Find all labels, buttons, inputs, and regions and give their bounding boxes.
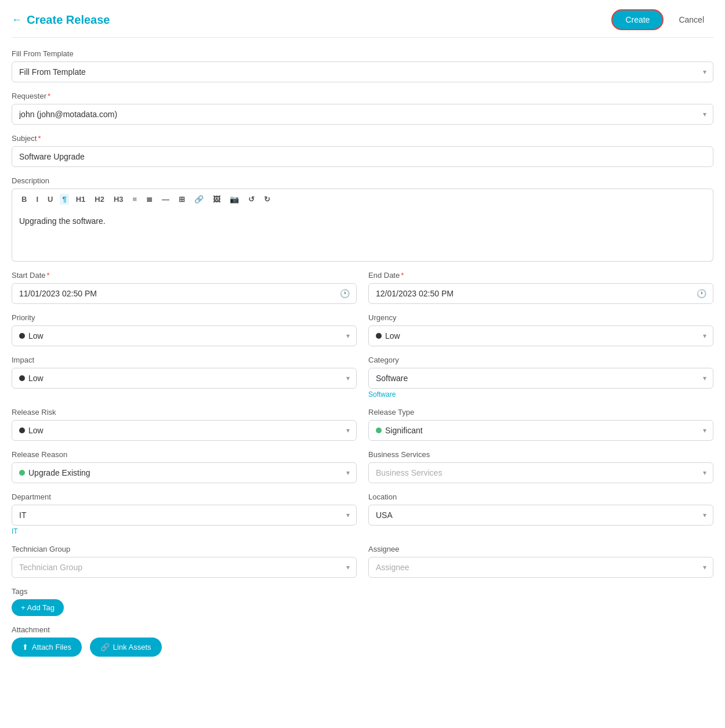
subject-required: * xyxy=(38,134,41,143)
release-reason-wrapper: Upgrade Existing ▾ xyxy=(12,462,357,483)
start-date-wrapper: 🕐 xyxy=(12,283,357,304)
reason-services-row: Release Reason Upgrade Existing ▾ Busine… xyxy=(12,450,713,492)
tech-assignee-row: Technician Group Technician Group ▾ Assi… xyxy=(12,545,713,587)
fill-from-template-wrapper: Fill From Template ▾ xyxy=(12,61,713,82)
release-reason-select[interactable]: Upgrade Existing xyxy=(12,462,357,483)
end-date-input[interactable] xyxy=(368,283,713,304)
h1-button[interactable]: H1 xyxy=(74,194,88,205)
fill-from-template-section: Fill From Template Fill From Template ▾ xyxy=(12,49,713,82)
add-tag-button[interactable]: + Add Tag xyxy=(12,599,64,616)
paragraph-button[interactable]: ¶ xyxy=(60,194,68,205)
release-risk-select[interactable]: Low xyxy=(12,420,357,441)
back-button[interactable]: ← xyxy=(12,14,22,26)
requester-wrapper: john (john@motadata.com) ▾ xyxy=(12,104,713,125)
priority-section: Priority Low ▾ xyxy=(12,313,357,346)
dept-location-row: Department IT ▾ IT Location USA ▾ xyxy=(12,492,713,545)
impact-dot xyxy=(19,375,25,381)
business-services-wrapper: Business Services ▾ xyxy=(368,462,713,483)
business-services-label: Business Services xyxy=(368,450,713,459)
media-button[interactable]: 📷 xyxy=(227,194,241,205)
underline-button[interactable]: U xyxy=(45,194,55,205)
requester-select[interactable]: john (john@motadata.com) xyxy=(12,104,713,125)
business-services-select[interactable]: Business Services xyxy=(368,462,713,483)
impact-category-row: Impact Low ▾ Category Software ▾ Softwar… xyxy=(12,356,713,408)
category-label: Category xyxy=(368,356,713,364)
tags-section: Tags + Add Tag xyxy=(12,587,713,616)
impact-label: Impact xyxy=(12,356,357,364)
urgency-section: Urgency Low ▾ xyxy=(368,313,713,346)
create-button[interactable]: Create xyxy=(611,9,664,30)
urgency-dot xyxy=(376,333,382,339)
h3-button[interactable]: H3 xyxy=(111,194,126,205)
category-section: Category Software ▾ Software xyxy=(368,356,713,399)
start-date-label: Start Date* xyxy=(12,271,357,280)
link-assets-button[interactable]: 🔗 Link Assets xyxy=(90,638,162,657)
release-reason-dot xyxy=(19,470,25,476)
location-label: Location xyxy=(368,492,713,501)
release-type-section: Release Type Significant ▾ xyxy=(368,408,713,441)
department-hint: IT xyxy=(12,527,357,535)
release-type-select[interactable]: Significant xyxy=(368,420,713,441)
technician-group-wrapper: Technician Group ▾ xyxy=(12,557,357,578)
urgency-label: Urgency xyxy=(368,313,713,322)
category-select[interactable]: Software xyxy=(368,368,713,389)
assignee-label: Assignee xyxy=(368,545,713,553)
requester-section: Requester* john (john@motadata.com) ▾ xyxy=(12,92,713,125)
release-type-wrapper: Significant ▾ xyxy=(368,420,713,441)
clock-icon: 🕐 xyxy=(697,289,706,298)
start-date-input[interactable] xyxy=(12,283,357,304)
assignee-select[interactable]: Assignee xyxy=(368,557,713,578)
undo-button[interactable]: ↺ xyxy=(246,194,257,205)
hr-button[interactable]: — xyxy=(160,194,172,205)
priority-dot xyxy=(19,333,25,339)
upload-icon: ⬆ xyxy=(22,643,28,651)
image-button[interactable]: 🖼 xyxy=(211,194,223,205)
impact-wrapper: Low ▾ xyxy=(12,368,357,389)
release-risk-wrapper: Low ▾ xyxy=(12,420,357,441)
priority-select[interactable]: Low xyxy=(12,325,357,346)
end-date-required: * xyxy=(401,271,404,280)
subject-input[interactable] xyxy=(12,146,713,167)
fill-from-template-select[interactable]: Fill From Template xyxy=(12,61,713,82)
release-reason-label: Release Reason xyxy=(12,450,357,459)
category-wrapper: Software ▾ xyxy=(368,368,713,389)
assignee-section: Assignee Assignee ▾ xyxy=(368,545,713,578)
link-button[interactable]: 🔗 xyxy=(192,194,206,205)
location-select[interactable]: USA xyxy=(368,505,713,526)
location-wrapper: USA ▾ xyxy=(368,505,713,526)
start-date-required: * xyxy=(47,271,50,280)
bold-button[interactable]: B xyxy=(19,194,29,205)
impact-section: Impact Low ▾ xyxy=(12,356,357,399)
category-hint: Software xyxy=(368,390,713,399)
subject-label: Subject* xyxy=(12,134,713,143)
attach-files-button[interactable]: ⬆ Attach Files xyxy=(12,638,82,657)
tags-label: Tags xyxy=(12,587,713,596)
bullet-list-button[interactable]: ≡ xyxy=(130,194,140,205)
start-date-section: Start Date* 🕐 xyxy=(12,271,357,304)
department-section: Department IT ▾ IT xyxy=(12,492,357,535)
h2-button[interactable]: H2 xyxy=(92,194,107,205)
end-date-label: End Date* xyxy=(368,271,713,280)
description-editor[interactable]: Upgrading the software. xyxy=(12,209,713,262)
table-button[interactable]: ⊞ xyxy=(176,194,187,205)
technician-group-select[interactable]: Technician Group xyxy=(12,557,357,578)
release-type-dot xyxy=(376,428,382,433)
impact-select[interactable]: Low xyxy=(12,368,357,389)
attachment-label: Attachment xyxy=(12,625,713,634)
priority-urgency-row: Priority Low ▾ Urgency Low ▾ xyxy=(12,313,713,356)
link-icon: 🔗 xyxy=(100,643,110,651)
technician-group-section: Technician Group Technician Group ▾ xyxy=(12,545,357,578)
urgency-select[interactable]: Low xyxy=(368,325,713,346)
department-select[interactable]: IT xyxy=(12,505,357,526)
clock-icon: 🕐 xyxy=(340,289,350,298)
risk-type-row: Release Risk Low ▾ Release Type Signific… xyxy=(12,408,713,450)
department-label: Department xyxy=(12,492,357,501)
redo-button[interactable]: ↻ xyxy=(262,194,273,205)
release-reason-section: Release Reason Upgrade Existing ▾ xyxy=(12,450,357,483)
italic-button[interactable]: I xyxy=(34,194,41,205)
date-row: Start Date* 🕐 End Date* 🕐 xyxy=(12,271,713,313)
cancel-button[interactable]: Cancel xyxy=(669,10,713,29)
ordered-list-button[interactable]: ≣ xyxy=(144,194,155,205)
description-label: Description xyxy=(12,176,713,185)
description-section: Description B I U ¶ H1 H2 H3 ≡ ≣ — ⊞ 🔗 🖼… xyxy=(12,176,713,262)
